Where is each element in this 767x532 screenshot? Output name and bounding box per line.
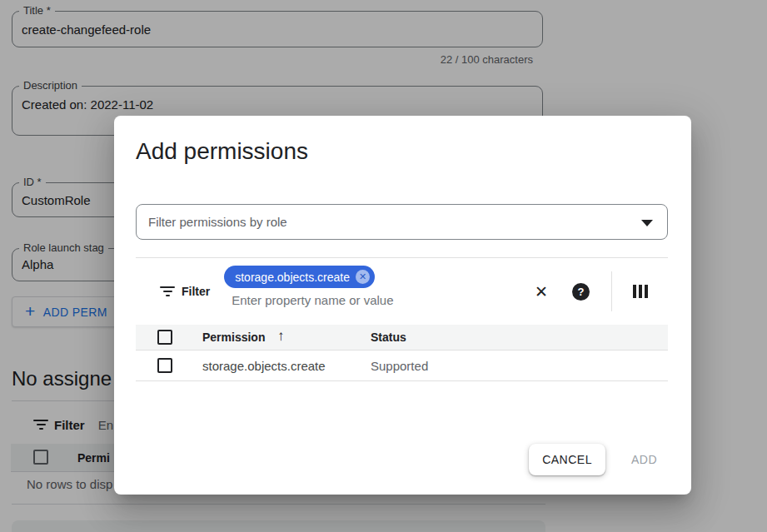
table-filter-toggle[interactable]: Filter: [160, 285, 210, 298]
status-cell: Supported: [371, 359, 428, 373]
sort-ascending-icon[interactable]: ↑: [277, 328, 285, 345]
table-filter-bar: Filter storage.objects.create ✕ ✕ ?: [136, 258, 668, 325]
add-button[interactable]: ADD: [625, 444, 664, 475]
help-icon[interactable]: ?: [572, 283, 590, 301]
cancel-button[interactable]: CANCEL: [529, 444, 605, 475]
filter-permissions-by-role-dropdown[interactable]: Filter permissions by role: [136, 204, 668, 240]
add-permissions-dialog: Add permissions Filter permissions by ro…: [114, 116, 691, 495]
table-row[interactable]: storage.objects.create Supported: [136, 351, 668, 381]
dropdown-arrow-icon: [641, 220, 653, 226]
filter-input[interactable]: [232, 293, 506, 307]
permission-column-header[interactable]: Permission: [202, 331, 265, 344]
filter-chip-label: storage.objects.create: [235, 271, 350, 284]
select-all-checkbox[interactable]: [157, 330, 172, 345]
filter-chip-area: storage.objects.create ✕: [224, 258, 506, 307]
chip-remove-icon[interactable]: ✕: [356, 270, 370, 284]
row-checkbox[interactable]: [157, 358, 172, 373]
clear-filters-icon[interactable]: ✕: [535, 284, 548, 300]
permission-cell: storage.objects.create: [202, 359, 326, 373]
table-filter-label: Filter: [182, 285, 210, 298]
permissions-table-card: Filter storage.objects.create ✕ ✕ ?: [136, 257, 668, 381]
dialog-title: Add permissions: [136, 138, 308, 165]
column-display-options-icon[interactable]: [633, 285, 648, 298]
filter-chip[interactable]: storage.objects.create ✕: [224, 266, 375, 288]
vertical-divider: [611, 271, 612, 311]
create-role-screen: Title * create-changefeed-role 22 / 100 …: [0, 0, 767, 532]
dropdown-placeholder: Filter permissions by role: [148, 215, 287, 229]
filter-list-icon: [160, 286, 175, 296]
filter-bar-actions: ✕ ?: [535, 258, 648, 325]
table-header-row: Permission ↑ Status: [136, 325, 668, 351]
dialog-footer: CANCEL ADD: [529, 444, 664, 475]
status-column-header[interactable]: Status: [371, 331, 406, 344]
